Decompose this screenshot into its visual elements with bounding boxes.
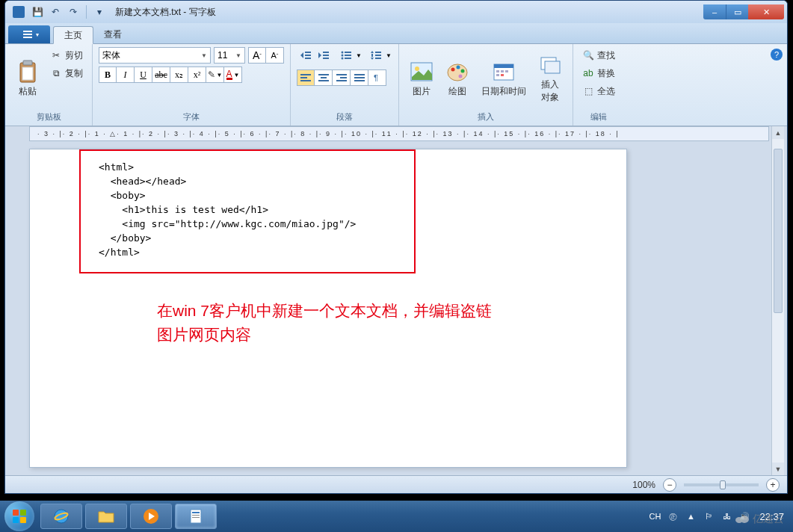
object-icon — [538, 53, 562, 77]
wordpad-icon — [188, 508, 204, 525]
svg-rect-52 — [13, 510, 19, 516]
italic-button[interactable]: I — [117, 66, 135, 83]
svg-rect-50 — [545, 61, 560, 73]
redo-icon[interactable]: ↷ — [65, 4, 81, 20]
svg-rect-47 — [496, 74, 499, 76]
select-all-button[interactable]: ⬚全选 — [579, 83, 618, 99]
spacing-dropdown[interactable]: ▼ — [385, 47, 392, 64]
font-name-combo[interactable]: 宋体▼ — [99, 47, 211, 64]
ie-icon — [52, 507, 70, 525]
subscript-button[interactable]: x₂ — [170, 66, 188, 83]
bold-button[interactable]: B — [99, 66, 117, 83]
tab-view[interactable]: 查看 — [93, 25, 132, 43]
indent-icon — [318, 51, 329, 60]
svg-point-39 — [457, 65, 460, 69]
paper[interactable]: <html> <head></head> <boby> <h1>this is … — [29, 149, 627, 468]
paragraph-settings-button[interactable]: ¶ — [368, 69, 386, 86]
group-insert-label: 插入 — [405, 110, 567, 124]
help-icon[interactable]: ? — [771, 49, 783, 61]
paragraph-icon: ¶ — [372, 73, 383, 82]
svg-rect-21 — [375, 58, 381, 59]
volume-icon[interactable]: 🔊 — [738, 510, 750, 522]
underline-button[interactable]: U — [135, 66, 152, 83]
taskbar-ie[interactable] — [40, 504, 82, 529]
scroll-down-icon[interactable]: ▼ — [772, 463, 784, 475]
zoom-in-button[interactable]: + — [766, 478, 780, 492]
taskbar-explorer[interactable] — [85, 504, 127, 529]
increase-indent-button[interactable] — [315, 47, 333, 64]
clock[interactable]: 22:37 — [759, 511, 784, 522]
shrink-font-button[interactable]: Aˇ — [266, 47, 284, 64]
chevron-down-icon: ▼ — [217, 72, 223, 78]
taskbar-media[interactable] — [130, 504, 172, 529]
ime-indicator[interactable]: CH — [649, 512, 661, 521]
ruler-ticks: · 3 · | · 2 · | · 1 · △ · 1 · | · 2 · | … — [30, 130, 620, 137]
superscript-button[interactable]: x² — [188, 66, 206, 83]
zoom-slider[interactable] — [684, 483, 759, 486]
font-size-combo[interactable]: 11▼ — [214, 47, 245, 64]
paper-scroll[interactable]: <html> <head></head> <boby> <h1>this is … — [5, 141, 787, 475]
grow-font-button[interactable]: Aˆ — [248, 47, 266, 64]
svg-rect-53 — [20, 510, 26, 516]
paste-button[interactable]: 粘贴 — [11, 47, 44, 110]
replace-label: 替换 — [597, 67, 615, 80]
vertical-scrollbar[interactable]: ▲ ▼ — [771, 126, 784, 475]
close-button[interactable]: ✕ — [748, 4, 784, 19]
align-justify-icon — [354, 73, 365, 82]
svg-point-40 — [461, 69, 465, 72]
bullet-list-button[interactable] — [337, 47, 355, 64]
network-icon[interactable]: 🖧 — [721, 510, 732, 522]
minimize-button[interactable]: – — [703, 4, 726, 19]
find-button[interactable]: 🔍查找 — [579, 47, 618, 64]
align-left-button[interactable] — [297, 69, 315, 86]
align-justify-button[interactable] — [351, 69, 368, 86]
align-center-icon — [318, 73, 329, 82]
zoom-out-button[interactable]: − — [663, 478, 676, 492]
list-icon — [341, 51, 351, 60]
undo-icon[interactable]: ↶ — [47, 4, 64, 20]
align-center-button[interactable] — [315, 69, 333, 86]
svg-point-14 — [342, 58, 344, 60]
strike-button[interactable]: abc — [152, 66, 170, 83]
document-area: · 3 · | · 2 · | · 1 · △ · 1 · | · 2 · | … — [5, 126, 787, 475]
font-color-button[interactable]: A▼ — [224, 66, 242, 83]
decrease-indent-button[interactable] — [297, 47, 315, 64]
insert-paint-button[interactable]: 绘图 — [441, 47, 474, 110]
svg-rect-17 — [345, 58, 351, 59]
svg-rect-31 — [354, 74, 365, 75]
scissors-icon: ✂ — [50, 49, 62, 61]
svg-rect-4 — [23, 61, 32, 65]
copy-button[interactable]: ⧉ 复制 — [47, 65, 86, 81]
scroll-up-icon[interactable]: ▲ — [772, 126, 784, 139]
ruler[interactable]: · 3 · | · 2 · | · 1 · △ · 1 · | · 2 · | … — [29, 126, 769, 141]
title-bar: 💾 ↶ ↷ ▾ 新建文本文档.txt - 写字板 – ▭ ✕ — [5, 1, 787, 23]
maximize-button[interactable]: ▭ — [726, 4, 748, 19]
ribbon-tabs: ▾ 主页 查看 — [5, 23, 787, 44]
group-editing-label: 编辑 — [579, 110, 618, 124]
shrink-font-icon: A — [271, 51, 276, 60]
action-center-icon[interactable]: 🏳 — [703, 510, 715, 522]
svg-rect-33 — [354, 80, 365, 81]
insert-picture-button[interactable]: 图片 — [405, 47, 438, 110]
qat-customize-icon[interactable]: ▾ — [91, 4, 108, 20]
list-dropdown[interactable]: ▼ — [355, 47, 362, 64]
tab-home[interactable]: 主页 — [53, 26, 93, 44]
zoom-thumb[interactable] — [720, 480, 726, 489]
replace-button[interactable]: ab替换 — [579, 65, 618, 81]
insert-object-button[interactable]: 插入 对象 — [534, 47, 567, 110]
scroll-thumb[interactable] — [774, 149, 783, 313]
save-icon[interactable]: 💾 — [29, 4, 46, 20]
highlight-button[interactable]: ✎▼ — [206, 66, 224, 83]
cut-button[interactable]: ✂ 剪切 — [47, 47, 86, 64]
ime-options-icon[interactable]: ㊣ — [667, 510, 679, 522]
taskbar-wordpad[interactable] — [175, 504, 217, 529]
tray-expand-icon[interactable]: ▲ — [685, 510, 697, 522]
svg-rect-5 — [22, 67, 33, 80]
insert-datetime-button[interactable]: 日期和时间 — [477, 47, 531, 110]
file-tab[interactable]: ▾ — [8, 25, 50, 43]
align-right-button[interactable] — [333, 69, 351, 86]
zoom-level: 100% — [632, 480, 655, 490]
start-button[interactable] — [4, 501, 34, 531]
line-spacing-button[interactable] — [367, 47, 385, 64]
group-clipboard-label: 剪贴板 — [11, 110, 86, 124]
